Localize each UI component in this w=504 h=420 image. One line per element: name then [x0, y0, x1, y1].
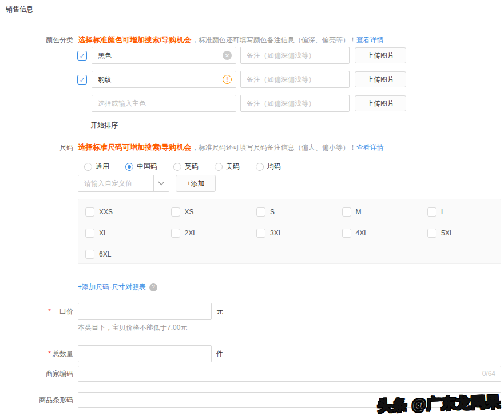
size-option-label: XL	[99, 229, 108, 237]
size-section-label: 尺码	[0, 143, 73, 153]
size-option[interactable]: 2XL	[171, 229, 257, 238]
radio-icon	[215, 163, 223, 171]
size-option[interactable]: 6XL	[85, 250, 171, 259]
color-note-input-wrap	[240, 47, 350, 64]
size-options-panel: XXS XS S M L XL 2XL 3XL 4XL 5XL 6XL	[78, 199, 501, 264]
color-row: ✓ ✕ 上传图片	[0, 47, 504, 64]
size-option[interactable]: 4XL	[342, 229, 428, 238]
checkbox-icon	[256, 229, 265, 238]
price-input-wrap	[78, 303, 212, 320]
size-tip-rest: ，标准尺码还可填写尺码备注信息（偏大、偏小等）！	[192, 143, 356, 151]
required-mark: *	[48, 350, 51, 358]
upload-image-button[interactable]: 上传图片	[355, 71, 406, 87]
clear-circle-icon[interactable]: ✕	[223, 51, 232, 60]
char-counter: 0/64	[482, 366, 495, 382]
size-option-label: XS	[185, 208, 194, 216]
color-tip-rest: ，标准颜色还可填写颜色备注信息（偏深、偏亮等）！	[192, 36, 356, 44]
toutiao-watermark: 头条 @广东龙网果	[377, 392, 501, 415]
radio-icon	[125, 163, 133, 171]
radio-common[interactable]: 通用	[84, 162, 109, 171]
radio-china-size[interactable]: 中国码	[125, 162, 157, 171]
checkbox-icon	[427, 229, 436, 238]
add-size-button[interactable]: +添加	[176, 175, 216, 192]
checkbox-icon	[342, 207, 351, 217]
color-note-input-wrap	[240, 71, 350, 88]
size-option-label: 4XL	[356, 229, 368, 237]
color-note-input[interactable]	[240, 71, 350, 88]
color-note-input[interactable]	[240, 95, 350, 112]
question-circle-icon[interactable]: ?	[149, 283, 157, 291]
radio-us-size[interactable]: 美码	[215, 162, 240, 171]
size-option[interactable]: XL	[85, 229, 171, 238]
size-tip-detail-link[interactable]: 查看详情	[356, 143, 384, 151]
color-section-tip: 选择标准颜色可增加搜索/导购机会，标准颜色还可填写颜色备注信息（偏深、偏亮等）！…	[78, 35, 384, 45]
quantity-input[interactable]	[78, 345, 212, 362]
checkbox-icon	[256, 207, 265, 217]
size-option-label: 2XL	[185, 229, 197, 237]
size-option[interactable]: M	[342, 207, 428, 217]
radio-label: 均码	[267, 162, 281, 171]
warning-circle-icon: !	[223, 75, 232, 84]
color-name-input-wrap: ✕	[92, 47, 236, 64]
upload-image-button[interactable]: 上传图片	[355, 95, 406, 111]
color-note-input-wrap	[240, 95, 350, 112]
color-name-input[interactable]	[92, 71, 236, 88]
size-option[interactable]: L	[427, 207, 504, 217]
color-tip-detail-link[interactable]: 查看详情	[356, 36, 384, 44]
size-option-label: L	[441, 208, 445, 216]
size-grid-row: XL 2XL 3XL 4XL 5XL	[85, 229, 504, 238]
color-name-input-wrap: !	[92, 71, 236, 88]
size-option[interactable]: S	[256, 207, 342, 217]
color-checkbox[interactable]: ✓	[77, 51, 87, 61]
size-standard-radio-group: 通用 中国码 英码 美码 均码	[84, 162, 281, 171]
color-name-input[interactable]	[92, 47, 236, 64]
radio-icon	[256, 163, 264, 171]
radio-one-size[interactable]: 均码	[256, 162, 281, 171]
price-hint: 本类目下，宝贝价格不能低于7.00元	[78, 323, 187, 333]
start-sort-link[interactable]: 开始排序	[90, 121, 118, 130]
size-option-label: M	[356, 208, 362, 216]
radio-icon	[173, 163, 181, 171]
color-row: 上传图片	[0, 95, 504, 112]
seller-code-label: 商家编码	[0, 366, 73, 382]
size-option[interactable]: 3XL	[256, 229, 342, 238]
checkbox-icon	[171, 229, 180, 238]
price-row: *一口价 元	[0, 303, 504, 320]
size-option[interactable]: XS	[171, 207, 257, 217]
add-size-chart-link[interactable]: +添加尺码-尺寸对照表	[78, 282, 146, 292]
radio-label: 通用	[96, 162, 109, 171]
checkbox-icon	[427, 207, 436, 217]
color-checkbox[interactable]: ✓	[77, 75, 87, 85]
checkbox-icon	[342, 229, 351, 238]
color-row: ✓ ! 上传图片	[0, 71, 504, 88]
barcode-label: 商品条形码	[0, 392, 73, 408]
checkbox-icon	[85, 207, 94, 217]
page-title: 销售信息	[6, 5, 33, 14]
size-chart-link-row: +添加尺码-尺寸对照表 ?	[78, 282, 157, 292]
radio-label: 英码	[185, 162, 199, 171]
checkbox-icon	[171, 207, 180, 217]
quantity-row: *总数量 件	[0, 345, 504, 362]
quantity-unit: 件	[216, 345, 223, 362]
color-name-input[interactable]	[92, 95, 236, 112]
color-note-input[interactable]	[240, 47, 350, 64]
size-option[interactable]: 5XL	[427, 229, 504, 238]
size-option-label: 3XL	[270, 229, 282, 237]
chevron-down-icon[interactable]	[153, 175, 169, 191]
header-divider	[0, 19, 504, 19]
size-option[interactable]: XXS	[85, 207, 171, 217]
quantity-input-wrap	[78, 345, 212, 362]
radio-icon	[84, 163, 92, 171]
upload-image-button[interactable]: 上传图片	[355, 47, 406, 63]
size-option-label: S	[270, 208, 275, 216]
radio-uk-size[interactable]: 英码	[173, 162, 199, 171]
size-option-label: 6XL	[99, 250, 111, 258]
price-input[interactable]	[78, 303, 212, 320]
size-grid-row: 6XL	[85, 250, 171, 259]
quantity-label: *总数量	[0, 345, 73, 362]
color-section-label: 颜色分类	[0, 35, 73, 45]
required-mark: *	[48, 307, 51, 315]
size-tip-highlight: 选择标准尺码可增加搜索/导购机会	[78, 143, 192, 151]
price-label-text: 一口价	[53, 307, 73, 315]
seller-code-input[interactable]	[78, 366, 501, 382]
